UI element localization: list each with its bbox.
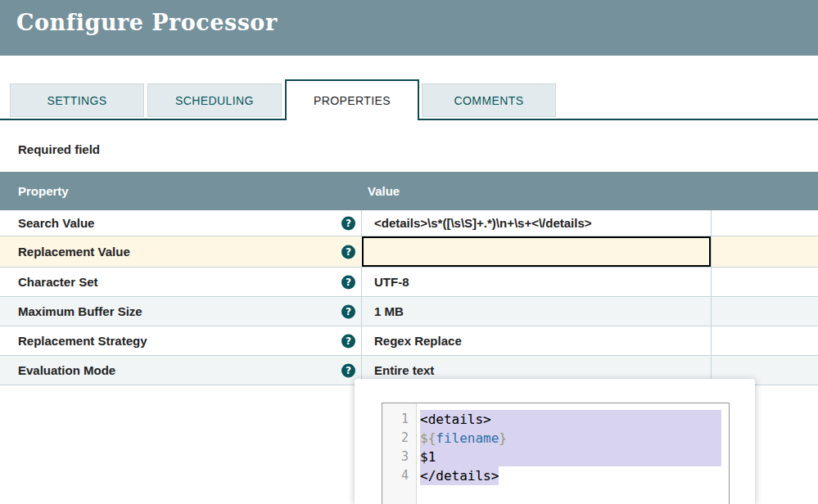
code-token: $1 [420, 449, 436, 465]
line-number: 4 [382, 466, 416, 485]
selected-text: </details> [420, 466, 499, 485]
table-row: Search Value ? <details>\s*([\s\S]+.*)\n… [0, 210, 818, 236]
properties-table: Property Value Search Value ? <details>\… [0, 172, 818, 385]
code-token-bracket: ${ [420, 430, 436, 446]
code-token-bracket: } [499, 430, 507, 446]
tab-comments-label: COMMENTS [454, 94, 524, 107]
property-name: Replacement Strategy [18, 334, 147, 348]
help-icon[interactable]: ? [341, 363, 355, 377]
extra-cell [711, 210, 818, 236]
help-icon[interactable]: ? [341, 275, 355, 289]
extra-cell [711, 297, 818, 326]
tab-settings[interactable]: SETTINGS [10, 83, 144, 117]
column-header-value: Value [361, 184, 711, 198]
tab-strip: SETTINGS SCHEDULING PROPERTIES COMMENTS [0, 79, 818, 120]
code-token-attribute: filename [436, 430, 499, 446]
property-value: Entire text [374, 363, 434, 377]
selected-text: ${filename} [420, 429, 721, 448]
property-name: Replacement Value [18, 245, 130, 259]
tab-properties-label: PROPERTIES [314, 94, 391, 107]
property-name-cell: Replacement Value ? [0, 236, 361, 267]
selected-text: <details> [420, 410, 721, 429]
column-header-property: Property [0, 184, 361, 198]
property-name-cell: Evaluation Mode ? [0, 356, 361, 385]
property-value: 1 MB [374, 304, 404, 318]
table-row: Replacement Value ? [0, 236, 818, 268]
table-row: Replacement Strategy ? Regex Replace [0, 326, 818, 356]
property-value: Regex Replace [374, 334, 462, 348]
help-icon[interactable]: ? [341, 304, 355, 318]
code-line: ${filename} [417, 429, 729, 448]
tab-settings-label: SETTINGS [47, 94, 106, 107]
code-token: </details> [420, 468, 499, 484]
tab-scheduling[interactable]: SCHEDULING [147, 83, 282, 117]
line-number: 1 [382, 410, 416, 429]
code-line: <details> [417, 410, 729, 429]
property-name-cell: Search Value ? [0, 210, 361, 236]
property-name: Maximum Buffer Size [18, 304, 142, 318]
line-number-gutter: 1 2 3 4 [382, 403, 417, 504]
value-editor-popup: 1 2 3 4 <details> ${filename} $1 </detai… [355, 379, 755, 504]
code-line: </details> [417, 466, 729, 485]
property-name-cell: Character Set ? [0, 268, 361, 296]
property-name-cell: Replacement Strategy ? [0, 326, 361, 355]
property-name: Evaluation Mode [18, 363, 115, 377]
required-field-label: Required field [18, 142, 100, 156]
selected-text: $1 [420, 448, 721, 466]
dialog-title: Configure Processor [16, 9, 278, 37]
help-icon[interactable]: ? [341, 334, 355, 348]
tab-scheduling-label: SCHEDULING [175, 94, 254, 107]
property-value: <details>\s*([\s\S]+.*)\n+\s+<\/details> [374, 216, 592, 230]
extra-cell [711, 268, 818, 296]
line-number: 3 [382, 448, 416, 466]
extra-cell [711, 236, 818, 267]
table-row: Maximum Buffer Size ? 1 MB [0, 297, 818, 326]
tab-properties[interactable]: PROPERTIES [285, 79, 419, 120]
property-value-cell[interactable]: 1 MB [361, 297, 711, 326]
dialog-header: Configure Processor [0, 0, 818, 56]
table-header-row: Property Value [0, 172, 818, 210]
code-editor[interactable]: 1 2 3 4 <details> ${filename} $1 </detai… [382, 403, 730, 504]
code-line: $1 [417, 448, 729, 466]
property-value-cell-editing[interactable] [361, 236, 711, 267]
help-icon[interactable]: ? [341, 245, 355, 259]
line-number: 2 [382, 429, 416, 448]
property-name: Search Value [18, 216, 94, 230]
property-value: UTF-8 [374, 275, 409, 289]
code-area[interactable]: <details> ${filename} $1 </details> [417, 403, 729, 504]
code-token: <details> [420, 412, 491, 427]
property-name: Character Set [18, 275, 98, 289]
property-name-cell: Maximum Buffer Size ? [0, 297, 361, 326]
property-value-cell[interactable]: Regex Replace [361, 326, 711, 355]
property-value-cell[interactable]: <details>\s*([\s\S]+.*)\n+\s+<\/details> [361, 210, 711, 236]
help-icon[interactable]: ? [341, 216, 355, 230]
table-row: Character Set ? UTF-8 [0, 268, 818, 297]
extra-cell [711, 326, 818, 355]
property-value-cell[interactable]: UTF-8 [361, 268, 711, 296]
tab-comments[interactable]: COMMENTS [422, 83, 556, 117]
